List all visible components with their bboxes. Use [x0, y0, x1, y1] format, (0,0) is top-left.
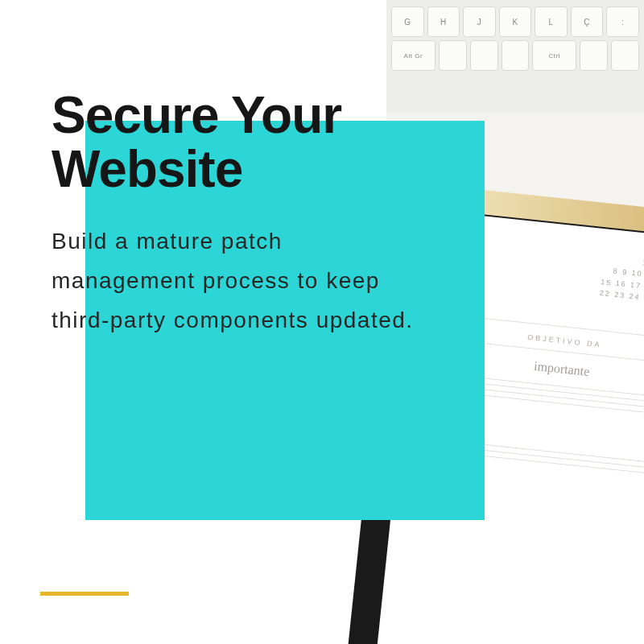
key-modifier: Ctrl [532, 40, 576, 71]
keyboard: G H J K L Ç : Alt Gr Ctrl [386, 0, 644, 113]
key [502, 40, 530, 71]
key: K [499, 6, 532, 37]
key [611, 40, 639, 71]
headline: Secure Your Website [52, 89, 341, 196]
accent-rule [40, 592, 129, 596]
key: : [606, 6, 639, 37]
key [580, 40, 608, 71]
key: L [535, 6, 568, 37]
key: H [427, 6, 460, 37]
keyboard-row: G H J K L Ç : [391, 6, 639, 37]
key-modifier: Alt Gr [391, 40, 436, 71]
keyboard-row: Alt Gr Ctrl [391, 40, 639, 71]
key: G [391, 6, 424, 37]
key [439, 40, 467, 71]
subtext: Build a mature patch management process … [52, 221, 430, 340]
key: J [463, 6, 496, 37]
key: Ç [571, 6, 604, 37]
key [470, 40, 498, 71]
